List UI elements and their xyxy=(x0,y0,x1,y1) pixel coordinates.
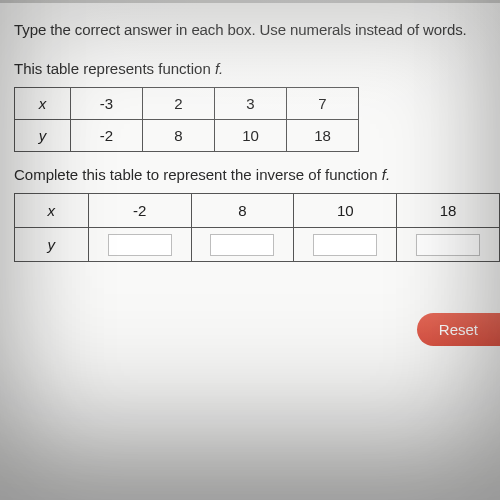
table1-caption: This table represents function f. xyxy=(14,60,500,77)
function-table: x -3 2 3 7 y -2 8 10 18 xyxy=(14,87,359,152)
reset-button[interactable]: Reset xyxy=(417,313,500,346)
t2-x-2: 10 xyxy=(294,194,397,228)
answer-input-1[interactable] xyxy=(210,234,274,256)
caption-prefix: This table represents function xyxy=(14,60,215,77)
t1-x-1: 2 xyxy=(143,88,215,120)
answer-input-0[interactable] xyxy=(108,234,172,256)
t1-y-2: 10 xyxy=(215,120,287,152)
caption2-prefix: Complete this table to represent the inv… xyxy=(14,166,382,183)
table2-caption: Complete this table to represent the inv… xyxy=(14,166,500,183)
t2-x-1: 8 xyxy=(191,194,294,228)
t1-y-3: 18 xyxy=(287,120,359,152)
t2-x-3: 18 xyxy=(397,194,500,228)
t1-x-0: -3 xyxy=(71,88,143,120)
function-name-2: f. xyxy=(382,166,390,183)
t2-x-0: -2 xyxy=(88,194,191,228)
t2-y-3-cell xyxy=(397,228,500,262)
answer-input-3[interactable] xyxy=(416,234,480,256)
t2-y-0-cell xyxy=(88,228,191,262)
t2-x-label: x xyxy=(15,194,89,228)
inverse-table: x -2 8 10 18 y xyxy=(14,193,500,262)
t2-y-1-cell xyxy=(191,228,294,262)
t2-y-label: y xyxy=(15,228,89,262)
instruction-text: Type the correct answer in each box. Use… xyxy=(14,21,500,38)
t1-x-2: 3 xyxy=(215,88,287,120)
t2-y-2-cell xyxy=(294,228,397,262)
t1-y-1: 8 xyxy=(143,120,215,152)
answer-input-2[interactable] xyxy=(313,234,377,256)
t1-y-label: y xyxy=(15,120,71,152)
t1-x-label: x xyxy=(15,88,71,120)
t1-x-3: 7 xyxy=(287,88,359,120)
t1-y-0: -2 xyxy=(71,120,143,152)
function-name: f. xyxy=(215,60,223,77)
